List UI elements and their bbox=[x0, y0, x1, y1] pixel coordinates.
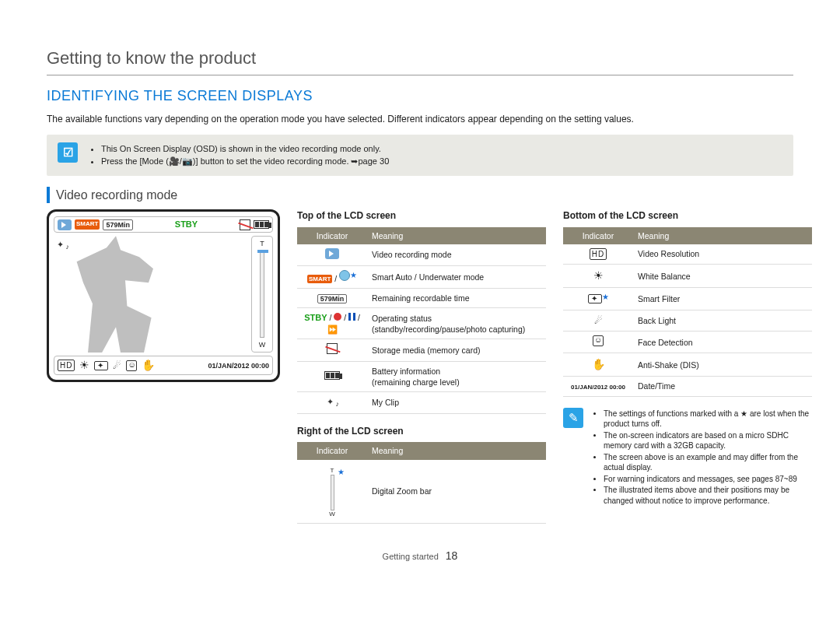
table-row: T W ★ Digital Zoom bar bbox=[297, 460, 546, 524]
datetime-label: 01/JAN/2012 00:00 bbox=[208, 361, 269, 370]
underwater-icon bbox=[339, 270, 350, 281]
hd-icon: HD bbox=[58, 360, 75, 372]
video-mode-icon bbox=[58, 219, 72, 230]
table-row: 01/JAN/2012 00:00Date/Time bbox=[563, 377, 812, 397]
indicator-table-top: IndicatorMeaning Video recording mode SM… bbox=[297, 227, 546, 415]
face-detection-icon bbox=[593, 335, 604, 346]
side-note-item: The screen above is an example and may d… bbox=[604, 452, 812, 473]
side-note-item: The on-screen indicators are based on a … bbox=[604, 430, 812, 451]
section-title: IDENTIFYING THE SCREEN DISPLAYS bbox=[47, 86, 793, 105]
capture-icon: ⏩ bbox=[327, 325, 338, 334]
star-icon: ★ bbox=[338, 467, 345, 478]
side-note-item: The settings of functions marked with a … bbox=[604, 409, 812, 430]
white-balance-icon: ☀ bbox=[593, 268, 604, 283]
chapter-title: Getting to know the product bbox=[47, 47, 793, 75]
pencil-note-icon: ✎ bbox=[563, 408, 583, 428]
preview-area bbox=[54, 236, 247, 353]
silhouette-figure bbox=[69, 236, 163, 353]
standby-label: STBY bbox=[175, 219, 198, 230]
intro-text: The available functions vary depending o… bbox=[47, 113, 793, 125]
table-title-right: Right of the LCD screen bbox=[297, 425, 546, 437]
hd-icon: HD bbox=[590, 248, 607, 261]
myclip-icon bbox=[327, 396, 338, 407]
lcd-bottom-bar: HD ☀ ☄ ✋ 01/JAN/2012 00:00 bbox=[54, 356, 273, 375]
star-icon: ★ bbox=[350, 271, 357, 279]
table-row: STBY / / / ⏩Operating status (standby/re… bbox=[297, 308, 546, 339]
th-indicator: Indicator bbox=[563, 227, 633, 244]
anti-shake-icon: ✋ bbox=[592, 357, 605, 372]
myclip-icon bbox=[57, 239, 68, 250]
table-row: SMART / ★Smart Auto / Underwater mode bbox=[297, 265, 546, 288]
table-row: 579MinRemaining recordable time bbox=[297, 289, 546, 308]
battery-icon bbox=[324, 371, 340, 380]
table-row: HDVideo Resolution bbox=[563, 244, 812, 265]
indicator-table-bottom: IndicatorMeaning HDVideo Resolution ☀Whi… bbox=[563, 227, 812, 397]
video-mode-icon bbox=[325, 248, 339, 259]
note-item: This On Screen Display (OSD) is shown in… bbox=[101, 143, 782, 155]
table-row: My Clip bbox=[297, 391, 546, 413]
table-row: Face Detection bbox=[563, 332, 812, 353]
th-meaning: Meaning bbox=[633, 227, 812, 244]
table-row: ☄Back Light bbox=[563, 310, 812, 331]
face-detection-icon bbox=[126, 360, 137, 371]
anti-shake-icon: ✋ bbox=[142, 358, 155, 373]
standby-label: STBY bbox=[304, 313, 327, 322]
table-row: ☀White Balance bbox=[563, 265, 812, 288]
smart-filter-icon bbox=[588, 294, 602, 303]
side-note-item: The illustrated items above and their po… bbox=[604, 485, 812, 506]
backlight-icon: ☄ bbox=[594, 314, 603, 327]
th-meaning: Meaning bbox=[367, 442, 546, 459]
lcd-screen: SMART 579Min STBY T W bbox=[47, 209, 280, 382]
table-row: ✋Anti-Shake (DIS) bbox=[563, 353, 812, 377]
table-row: Video recording mode bbox=[297, 244, 546, 266]
th-meaning: Meaning bbox=[367, 227, 546, 244]
indicator-table-right: IndicatorMeaning T W ★ Digital Zoom bar bbox=[297, 442, 546, 524]
storage-card-icon bbox=[240, 219, 250, 230]
check-icon: ☑ bbox=[58, 142, 78, 163]
note-item: Press the [Mode (🎥/📷)] button to set the… bbox=[101, 156, 782, 167]
lcd-top-bar: SMART 579Min STBY bbox=[54, 216, 273, 233]
subsection-title: Video recording mode bbox=[47, 187, 793, 204]
smart-auto-icon: SMART bbox=[75, 219, 100, 230]
table-row: Battery information (remaining charge le… bbox=[297, 361, 546, 391]
side-note-item: For warning indicators and messages, see… bbox=[604, 474, 812, 485]
record-dot-icon bbox=[334, 313, 341, 321]
smart-filter-icon bbox=[94, 361, 108, 370]
storage-card-icon bbox=[327, 343, 338, 354]
smart-auto-icon: SMART bbox=[307, 275, 332, 283]
side-note: ✎ The settings of functions marked with … bbox=[563, 408, 812, 507]
table-row: ★Smart Filter bbox=[563, 288, 812, 310]
table-title-top: Top of the LCD screen bbox=[297, 209, 546, 222]
th-indicator: Indicator bbox=[297, 227, 367, 244]
datetime-label: 01/JAN/2012 00:00 bbox=[571, 384, 625, 391]
star-icon: ★ bbox=[602, 293, 609, 301]
remaining-time-badge: 579Min bbox=[317, 294, 348, 303]
th-indicator: Indicator bbox=[297, 442, 367, 459]
table-title-bottom: Bottom of the LCD screen bbox=[563, 209, 812, 222]
footer-label: Getting started bbox=[383, 552, 439, 561]
zoom-w-label: W bbox=[259, 340, 266, 349]
table-row: Storage media (memory card) bbox=[297, 339, 546, 361]
remaining-time-badge: 579Min bbox=[103, 219, 133, 230]
page-footer: Getting started 18 bbox=[47, 549, 793, 563]
battery-icon bbox=[254, 220, 269, 229]
white-balance-icon: ☀ bbox=[79, 358, 89, 373]
digital-zoom-bar: T W bbox=[251, 236, 273, 353]
page-number: 18 bbox=[446, 549, 458, 562]
note-box: ☑ This On Screen Display (OSD) is shown … bbox=[47, 135, 793, 176]
zoom-t-label: T bbox=[260, 239, 264, 248]
backlight-icon: ☄ bbox=[113, 360, 121, 372]
pause-icon bbox=[348, 313, 355, 321]
